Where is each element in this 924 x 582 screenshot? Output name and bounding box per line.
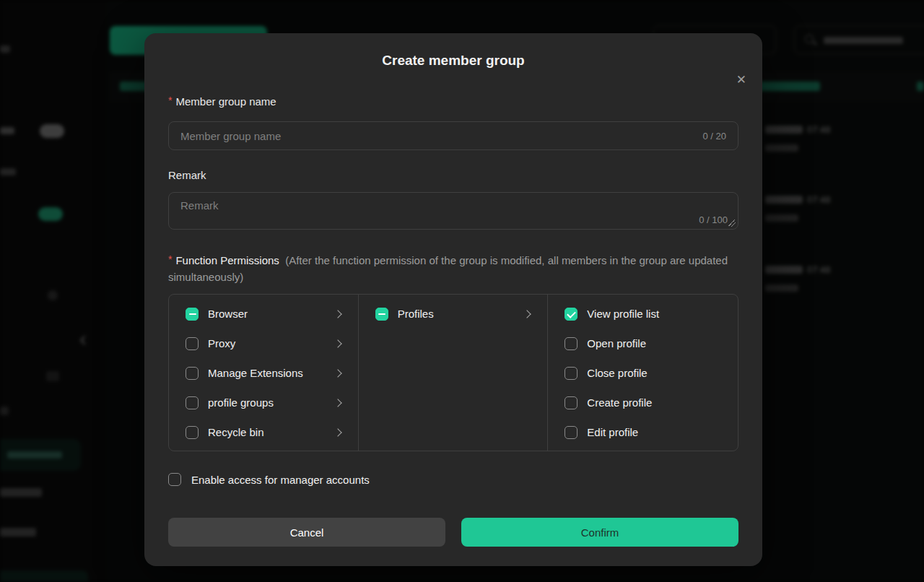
remark-textarea[interactable]: Remark 0 / 100	[168, 192, 738, 230]
remark-field-label: Remark	[168, 168, 738, 183]
checkbox[interactable]	[375, 308, 388, 321]
chevron-right-icon[interactable]	[523, 310, 531, 318]
perm-label: Manage Extensions	[208, 367, 303, 379]
checkbox[interactable]	[186, 426, 199, 439]
chevron-right-icon[interactable]	[334, 399, 341, 407]
perm-item-create-profile[interactable]: Create profile	[548, 388, 738, 417]
perm-label: Profiles	[398, 308, 434, 320]
perm-item-view-profile-list[interactable]: View profile list	[548, 299, 738, 329]
permissions-column-3: View profile list Open profile Close pro…	[548, 295, 738, 451]
checkbox[interactable]	[565, 396, 578, 409]
checkbox[interactable]	[186, 337, 199, 350]
perm-item-recycle-bin[interactable]: Recycle bin	[169, 417, 358, 447]
permissions-column-2: Profiles	[359, 295, 549, 451]
perm-label: profile groups	[208, 396, 274, 409]
manager-access-row[interactable]: Enable access for manager accounts	[168, 472, 738, 487]
modal-footer: Cancel Confirm	[168, 518, 738, 547]
checkbox[interactable]	[565, 308, 578, 321]
checkbox[interactable]	[565, 426, 578, 439]
modal-title: Create member group	[168, 52, 738, 69]
required-asterisk: *	[168, 253, 172, 265]
perm-label: Create profile	[587, 396, 652, 409]
checkbox[interactable]	[186, 396, 199, 409]
member-group-name-input[interactable]: Member group name 0 / 20	[168, 121, 738, 150]
checkbox[interactable]	[186, 308, 199, 321]
perm-item-browser[interactable]: Browser	[169, 299, 358, 329]
remark-placeholder: Remark	[180, 199, 219, 212]
perm-item-profiles[interactable]: Profiles	[359, 299, 548, 329]
permissions-header: *Function Permissions (After the functio…	[168, 251, 738, 285]
perm-label: Browser	[208, 308, 248, 320]
perm-label: Close profile	[587, 367, 647, 379]
remark-char-counter: 0 / 100	[699, 214, 728, 225]
chevron-right-icon[interactable]	[334, 369, 341, 377]
checkbox[interactable]	[565, 367, 578, 380]
permissions-tree: Browser Proxy Manage Extensions profile …	[168, 294, 738, 451]
perm-label: View profile list	[587, 308, 659, 320]
create-member-group-modal: ✕ Create member group *Member group name…	[144, 33, 762, 566]
name-char-counter: 0 / 20	[702, 131, 726, 142]
close-icon[interactable]: ✕	[736, 74, 746, 86]
perm-item-manage-extensions[interactable]: Manage Extensions	[169, 358, 358, 388]
manager-access-label: Enable access for manager accounts	[191, 474, 370, 486]
perm-item-close-profile[interactable]: Close profile	[548, 358, 738, 388]
app-window: ‹ 07:48 07:48 07:48	[0, 0, 924, 582]
resize-handle-icon[interactable]	[728, 220, 736, 227]
perm-item-profile-groups[interactable]: profile groups	[169, 388, 358, 417]
required-asterisk: *	[168, 95, 172, 106]
checkbox[interactable]	[565, 337, 578, 350]
perm-item-proxy[interactable]: Proxy	[169, 329, 358, 358]
chevron-right-icon[interactable]	[334, 310, 341, 318]
perm-item-open-profile[interactable]: Open profile	[548, 329, 738, 358]
checkbox[interactable]	[186, 367, 199, 380]
chevron-right-icon[interactable]	[334, 428, 341, 436]
perm-label: Edit profile	[587, 426, 638, 438]
name-input-placeholder: Member group name	[180, 130, 281, 142]
confirm-button[interactable]: Confirm	[461, 518, 738, 547]
permissions-label: Function Permissions	[175, 254, 279, 266]
permissions-column-1: Browser Proxy Manage Extensions profile …	[169, 295, 359, 451]
checkbox[interactable]	[168, 473, 181, 486]
chevron-right-icon[interactable]	[334, 339, 341, 347]
perm-label: Open profile	[587, 337, 646, 349]
perm-label: Proxy	[208, 337, 235, 349]
cancel-button[interactable]: Cancel	[168, 518, 445, 547]
perm-item-edit-profile[interactable]: Edit profile	[548, 417, 738, 447]
name-field-label: *Member group name	[168, 92, 738, 110]
perm-label: Recycle bin	[208, 426, 264, 438]
